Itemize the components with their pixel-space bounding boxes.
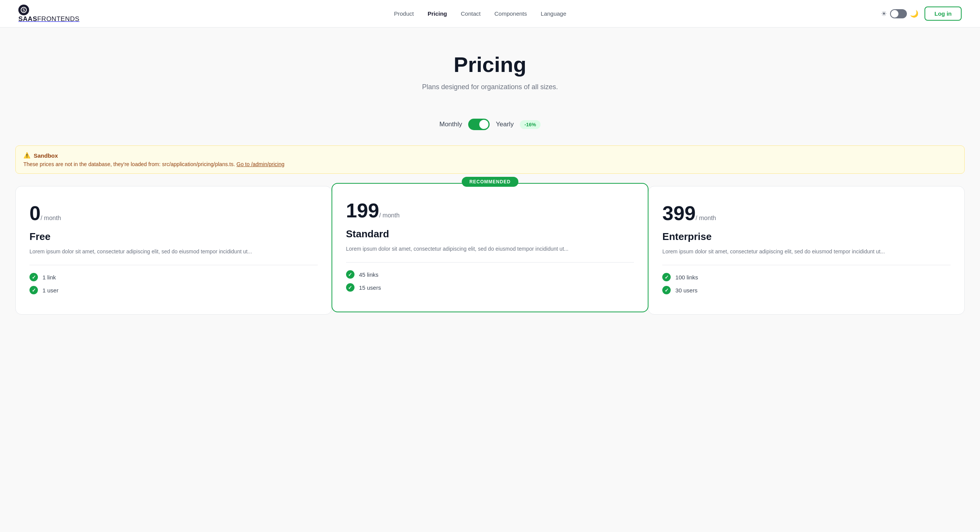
price-period-enterprise: / month [696,215,716,221]
check-icon-enterprise-1 [662,286,671,294]
recommended-badge: RECOMMENDED [462,177,518,187]
theme-toggle-knob [891,10,898,18]
feature-enterprise-0: 100 links [662,273,951,281]
price-amount-standard: 199 [346,199,379,222]
pricing-cards: 0/ month Free Lorem ipsum dolor sit amet… [0,186,980,315]
nav-right: ☀ 🌙 Log in [881,7,962,21]
feature-standard-0: 45 links [346,270,634,279]
price-period-standard: / month [379,212,399,219]
feature-text-free-0: 1 link [42,274,56,281]
plan-name-standard: Standard [346,228,634,240]
sun-icon: ☀ [881,10,887,18]
plan-desc-free: Lorem ipsum dolor sit amet, consectetur … [29,247,318,256]
plan-name-enterprise: Enterprise [662,231,951,243]
monthly-label: Monthly [439,121,462,128]
divider-free [29,265,318,265]
nav-components[interactable]: Components [494,10,527,17]
sandbox-banner: ⚠️ Sandbox These prices are not in the d… [15,145,965,174]
plan-name-free: Free [29,231,318,243]
feature-text-standard-0: 45 links [359,271,379,278]
nav-product[interactable]: Product [394,10,414,17]
page-title: Pricing [9,52,971,77]
plan-standard: RECOMMENDED 199/ month Standard Lorem ip… [332,183,649,312]
check-icon-enterprise-0 [662,273,671,281]
billing-toggle: Monthly Yearly -16% [0,119,980,130]
feature-text-standard-1: 15 users [359,284,381,291]
sandbox-message: These prices are not in the database, th… [23,161,957,167]
hero-section: Pricing Plans designed for organizations… [0,28,980,106]
billing-period-toggle[interactable] [468,119,490,130]
feature-standard-1: 15 users [346,283,634,292]
check-icon-standard-0 [346,270,354,279]
billing-toggle-knob [479,120,488,129]
feature-text-free-1: 1 user [42,287,59,294]
sandbox-link[interactable]: Go to /admin/pricing [237,161,284,167]
svg-text:S: S [23,8,25,12]
feature-free-0: 1 link [29,273,318,281]
check-icon-standard-1 [346,283,354,292]
discount-badge: -16% [520,120,541,129]
hero-subtitle: Plans designed for organizations of all … [9,83,971,91]
plan-desc-enterprise: Lorem ipsum dolor sit amet, consectetur … [662,247,951,256]
sandbox-title-text: Sandbox [34,152,58,159]
check-icon-free-1 [29,286,38,294]
price-amount-enterprise: 399 [662,202,696,224]
plan-price-enterprise: 399/ month [662,202,951,225]
plan-desc-standard: Lorem ipsum dolor sit amet, consectetur … [346,245,634,253]
theme-toggle-area: ☀ 🌙 [881,9,918,18]
navbar: S SAASFRONTENDS Product Pricing Contact … [0,0,980,28]
plan-price-standard: 199/ month [346,199,634,222]
warning-icon: ⚠️ [23,152,31,159]
divider-standard [346,262,634,263]
moon-icon: 🌙 [910,10,918,18]
plan-price-free: 0/ month [29,202,318,225]
nav-language[interactable]: Language [541,10,567,17]
plan-enterprise: 399/ month Enterprise Lorem ipsum dolor … [648,186,965,315]
logo-icon: S [18,5,29,15]
yearly-label: Yearly [496,121,514,128]
nav-links: Product Pricing Contact Components Langu… [394,10,566,17]
plan-free: 0/ month Free Lorem ipsum dolor sit amet… [15,186,332,315]
sandbox-title: ⚠️ Sandbox [23,152,957,159]
logo[interactable]: S SAASFRONTENDS [18,5,80,23]
check-icon-free-0 [29,273,38,281]
feature-text-enterprise-0: 100 links [675,274,698,281]
feature-text-enterprise-1: 30 users [675,287,697,294]
feature-enterprise-1: 30 users [662,286,951,294]
divider-enterprise [662,265,951,265]
login-button[interactable]: Log in [924,7,962,21]
feature-free-1: 1 user [29,286,318,294]
theme-toggle[interactable] [890,9,907,18]
logo-text: SAASFRONTENDS [18,15,80,23]
price-amount-free: 0 [29,202,41,224]
price-period-free: / month [41,215,61,221]
nav-pricing[interactable]: Pricing [428,10,447,17]
nav-contact[interactable]: Contact [461,10,481,17]
